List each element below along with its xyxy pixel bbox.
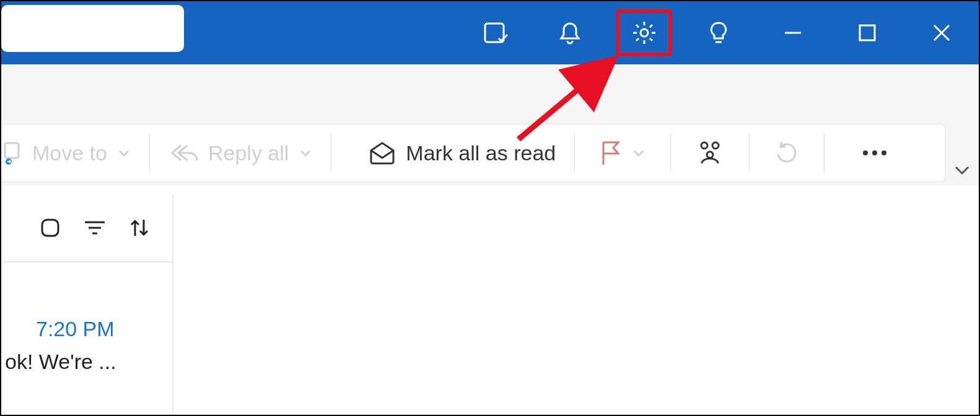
- list-controls: [1, 194, 172, 262]
- maximize-button[interactable]: [830, 1, 904, 64]
- mail-open-icon: [369, 141, 396, 165]
- message-preview: ok! We're ...: [5, 350, 172, 374]
- ribbon-gap: [1, 64, 979, 124]
- filter-button[interactable]: [83, 219, 107, 237]
- maximize-icon: [857, 22, 878, 43]
- chevron-down-icon: [632, 146, 645, 160]
- svg-point-12: [863, 150, 868, 155]
- search-input[interactable]: [1, 5, 184, 52]
- message-list-panel: 7:20 PM ok! We're ...: [1, 194, 173, 416]
- svg-rect-15: [42, 220, 58, 236]
- minimize-button[interactable]: [756, 1, 830, 64]
- title-bar: [1, 1, 979, 64]
- minimize-icon: [782, 22, 803, 43]
- close-button[interactable]: [904, 1, 979, 64]
- flag-icon: [600, 140, 622, 166]
- tips-button[interactable]: [681, 1, 756, 64]
- calendar-check-icon: [483, 20, 509, 46]
- svg-point-1: [641, 29, 648, 37]
- command-toolbar: Move to Reply all Mark all as read: [1, 124, 945, 182]
- message-time: 7:20 PM: [36, 317, 172, 341]
- sort-button[interactable]: [128, 216, 151, 240]
- chevron-down-icon: [117, 146, 131, 160]
- settings-button[interactable]: [607, 1, 681, 64]
- svg-point-11: [707, 152, 713, 158]
- chevron-down-icon: [299, 146, 312, 160]
- undo-icon: [774, 141, 799, 165]
- reply-all-label: Reply all: [208, 141, 289, 165]
- lightbulb-icon: [706, 20, 732, 46]
- people-button[interactable]: [671, 133, 749, 173]
- calendarcheck-button[interactable]: [458, 1, 533, 64]
- more-button[interactable]: [825, 133, 925, 173]
- mark-all-read-button[interactable]: Mark all as read: [331, 133, 574, 173]
- people-icon: [696, 140, 724, 166]
- message-item[interactable]: 7:20 PM ok! We're ...: [1, 317, 172, 374]
- ellipsis-icon: [862, 149, 888, 157]
- annotation-highlight: [616, 9, 672, 56]
- notifications-button[interactable]: [533, 1, 607, 64]
- select-button[interactable]: [38, 216, 62, 240]
- svg-point-9: [701, 142, 707, 149]
- gear-icon: [631, 19, 658, 46]
- folder-move-icon: [4, 141, 22, 165]
- collapse-ribbon-button[interactable]: [953, 161, 971, 180]
- toolbar-container: Move to Reply all Mark all as read: [1, 124, 979, 186]
- close-icon: [931, 22, 952, 43]
- title-bar-actions: [458, 1, 979, 64]
- reply-all-button[interactable]: Reply all: [150, 133, 331, 173]
- svg-point-10: [712, 142, 719, 149]
- reply-all-icon: [168, 142, 198, 164]
- mark-all-read-label: Mark all as read: [406, 141, 556, 165]
- undo-button[interactable]: [750, 133, 824, 173]
- flag-button[interactable]: [575, 133, 670, 173]
- svg-rect-7: [5, 143, 19, 158]
- move-to-label: Move to: [32, 141, 107, 165]
- svg-rect-4: [860, 25, 875, 40]
- move-to-button[interactable]: Move to: [1, 133, 149, 173]
- bell-icon: [557, 20, 583, 46]
- svg-point-14: [882, 150, 886, 155]
- svg-point-13: [872, 150, 877, 155]
